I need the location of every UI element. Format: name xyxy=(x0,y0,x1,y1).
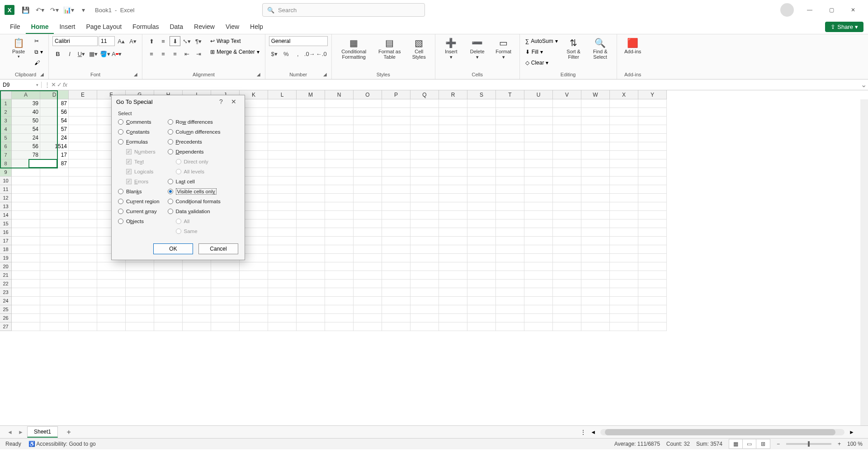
cell[interactable] xyxy=(610,117,638,125)
cell[interactable] xyxy=(268,177,297,185)
cell[interactable] xyxy=(524,280,553,288)
cell[interactable] xyxy=(382,194,410,202)
cell[interactable] xyxy=(581,237,610,245)
cell[interactable] xyxy=(410,228,439,237)
row-header-3[interactable]: 3 xyxy=(0,117,12,125)
comma-button[interactable]: , xyxy=(292,49,303,59)
cell[interactable] xyxy=(467,142,496,151)
cell[interactable]: 50 xyxy=(12,117,40,125)
cell[interactable] xyxy=(410,202,439,211)
cell[interactable] xyxy=(610,125,638,134)
cell[interactable] xyxy=(638,280,667,288)
cell[interactable] xyxy=(410,177,439,185)
cell[interactable] xyxy=(382,237,410,245)
cell[interactable]: 17 xyxy=(40,151,69,159)
undo-icon[interactable]: ↶▾ xyxy=(33,4,46,16)
cell[interactable] xyxy=(410,117,439,125)
cell[interactable] xyxy=(40,314,69,322)
cell[interactable] xyxy=(69,142,97,151)
cell[interactable]: 40 xyxy=(12,108,40,117)
cell[interactable] xyxy=(524,314,553,322)
cell[interactable] xyxy=(581,288,610,297)
borders-button[interactable]: ▦▾ xyxy=(88,49,99,59)
cell[interactable] xyxy=(12,262,40,271)
cell[interactable] xyxy=(12,322,40,331)
cell[interactable] xyxy=(69,228,97,237)
underline-button[interactable]: U▾ xyxy=(76,49,87,59)
maximize-button[interactable]: ▢ xyxy=(821,3,842,17)
cell[interactable] xyxy=(268,305,297,314)
cell[interactable] xyxy=(439,151,467,159)
add-sheet-button[interactable]: + xyxy=(62,428,75,436)
cell[interactable] xyxy=(154,322,183,331)
cell[interactable] xyxy=(325,134,354,142)
tab-home[interactable]: Home xyxy=(26,20,54,34)
cell[interactable] xyxy=(297,202,325,211)
cell[interactable] xyxy=(240,297,268,305)
cell[interactable] xyxy=(581,108,610,117)
cell[interactable] xyxy=(638,237,667,245)
cell[interactable] xyxy=(467,185,496,194)
cell[interactable] xyxy=(524,151,553,159)
cell[interactable] xyxy=(354,271,382,280)
cell[interactable] xyxy=(69,108,97,117)
cell[interactable] xyxy=(325,297,354,305)
column-headers[interactable]: ADEFGHIJKLMNOPQRSTUVWXY xyxy=(12,90,667,99)
cell[interactable] xyxy=(467,245,496,254)
cell[interactable] xyxy=(382,219,410,228)
cell[interactable] xyxy=(12,168,40,177)
cell[interactable] xyxy=(610,305,638,314)
cell[interactable] xyxy=(439,168,467,177)
cell[interactable] xyxy=(638,245,667,254)
tab-view[interactable]: View xyxy=(220,20,245,34)
cell[interactable]: 24 xyxy=(12,134,40,142)
decrease-indent-button[interactable]: ⇤ xyxy=(181,49,192,59)
cell[interactable] xyxy=(297,219,325,228)
cell[interactable] xyxy=(467,125,496,134)
cell[interactable] xyxy=(439,305,467,314)
tab-review[interactable]: Review xyxy=(189,20,220,34)
cell[interactable] xyxy=(154,280,183,288)
cell[interactable] xyxy=(268,125,297,134)
col-header-U[interactable]: U xyxy=(524,90,553,99)
cell[interactable] xyxy=(382,280,410,288)
cell[interactable] xyxy=(354,297,382,305)
cell[interactable] xyxy=(354,237,382,245)
cell[interactable] xyxy=(524,108,553,117)
cell[interactable] xyxy=(410,151,439,159)
cell[interactable] xyxy=(354,280,382,288)
cell[interactable]: 89 xyxy=(12,159,40,168)
cell[interactable] xyxy=(439,262,467,271)
cell[interactable] xyxy=(268,117,297,125)
fill-color-button[interactable]: 🪣▾ xyxy=(99,49,110,59)
cell[interactable] xyxy=(297,134,325,142)
cell[interactable] xyxy=(354,159,382,168)
cell[interactable] xyxy=(581,262,610,271)
cell[interactable] xyxy=(638,228,667,237)
row-header-8[interactable]: 8 xyxy=(0,159,12,168)
dialog-close-button[interactable]: ✕ xyxy=(227,98,240,105)
cell[interactable] xyxy=(467,117,496,125)
enter-formula-icon[interactable]: ✓ xyxy=(57,81,62,88)
vertical-scrollbar[interactable] xyxy=(860,99,868,425)
cell[interactable] xyxy=(553,194,581,202)
radio-objects[interactable]: Objects xyxy=(118,217,160,225)
cell[interactable] xyxy=(382,99,410,108)
tab-file[interactable]: File xyxy=(5,20,26,34)
cell[interactable] xyxy=(410,108,439,117)
cell[interactable] xyxy=(638,108,667,117)
cell[interactable] xyxy=(69,125,97,134)
cell[interactable] xyxy=(581,228,610,237)
cell[interactable] xyxy=(354,211,382,219)
cell[interactable] xyxy=(325,177,354,185)
col-header-L[interactable]: L xyxy=(268,90,297,99)
radio-condfmt[interactable]: Conditional formats xyxy=(168,197,221,205)
cell[interactable] xyxy=(410,297,439,305)
cell[interactable] xyxy=(638,288,667,297)
row-header-7[interactable]: 7 xyxy=(0,151,12,159)
cell[interactable] xyxy=(297,159,325,168)
row-header-21[interactable]: 21 xyxy=(0,271,12,280)
dialog-launcher-icon[interactable]: ◢ xyxy=(322,72,328,77)
cut-button[interactable]: ✂ xyxy=(33,36,45,46)
cell[interactable] xyxy=(154,305,183,314)
